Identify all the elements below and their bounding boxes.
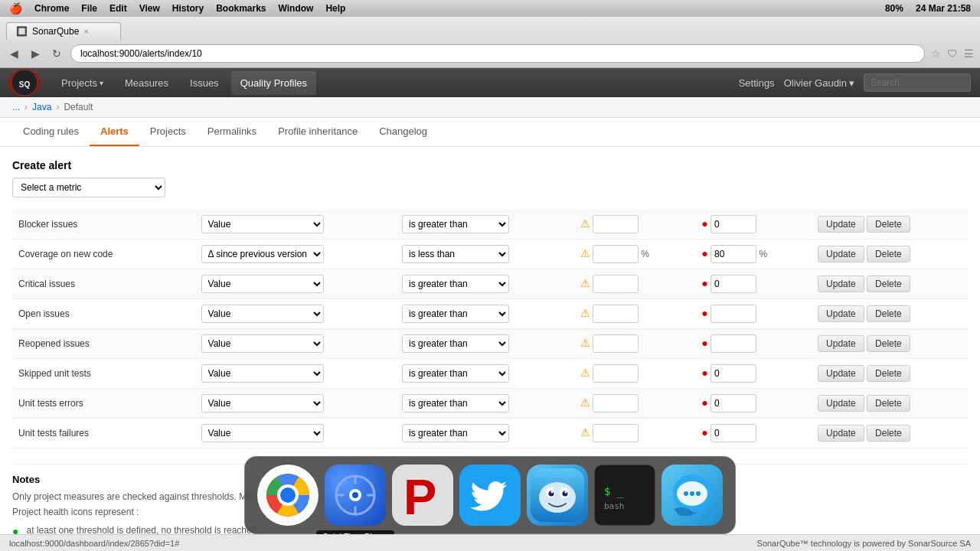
delete-button[interactable]: Delete bbox=[867, 425, 910, 442]
menu-window[interactable]: Window bbox=[279, 3, 314, 14]
mac-time: 24 Mar 21:58 bbox=[916, 3, 971, 14]
tab-profile-inheritance[interactable]: Profile inheritance bbox=[267, 118, 368, 146]
forward-button[interactable]: ▶ bbox=[28, 46, 43, 61]
nav-projects[interactable]: Projects ▾ bbox=[52, 71, 113, 95]
breadcrumb-java[interactable]: Java bbox=[32, 102, 51, 112]
breadcrumb: ... › Java › Default bbox=[0, 97, 980, 118]
condition-select[interactable]: is greater than bbox=[402, 394, 509, 412]
delete-button[interactable]: Delete bbox=[867, 335, 910, 352]
type-select[interactable]: Value bbox=[201, 275, 324, 293]
extension-icon[interactable]: 🛡 bbox=[947, 47, 958, 60]
svg-text:bash: bash bbox=[604, 501, 625, 511]
breadcrumb-root[interactable]: ... bbox=[12, 102, 20, 112]
update-button[interactable]: Update bbox=[818, 246, 864, 262]
condition-select[interactable]: is greater than bbox=[402, 305, 509, 323]
warn-value-input[interactable] bbox=[593, 215, 639, 233]
delete-button[interactable]: Delete bbox=[867, 216, 910, 233]
delete-button[interactable]: Delete bbox=[867, 395, 910, 412]
back-button[interactable]: ◀ bbox=[6, 46, 21, 61]
breadcrumb-default: Default bbox=[64, 102, 93, 112]
tab-close-button[interactable]: × bbox=[83, 27, 88, 36]
update-button[interactable]: Update bbox=[818, 425, 864, 442]
menu-file[interactable]: File bbox=[81, 3, 97, 14]
settings-link[interactable]: Settings bbox=[739, 77, 775, 89]
warn-value-input[interactable] bbox=[593, 364, 639, 383]
tab-permalinks[interactable]: Permalinks bbox=[197, 118, 267, 146]
error-value-input[interactable] bbox=[710, 334, 756, 353]
condition-select[interactable]: is greater than bbox=[402, 424, 509, 442]
error-value-input[interactable] bbox=[710, 424, 756, 442]
type-select[interactable]: Value bbox=[201, 334, 324, 353]
type-cell: Value bbox=[195, 419, 396, 448]
warn-value-input[interactable] bbox=[593, 334, 639, 353]
warn-value-input[interactable] bbox=[593, 245, 639, 263]
error-value-input[interactable] bbox=[710, 245, 756, 263]
update-button[interactable]: Update bbox=[818, 216, 864, 233]
error-cell: ● bbox=[695, 329, 812, 359]
sonar-search-input[interactable] bbox=[864, 73, 971, 92]
condition-select[interactable]: is greater than bbox=[402, 275, 509, 293]
menu-view[interactable]: View bbox=[139, 3, 160, 14]
dock-item-twitter[interactable] bbox=[459, 465, 521, 526]
dock-item-finder[interactable] bbox=[527, 465, 588, 526]
table-row: Coverage on new code Δ since previous ve… bbox=[12, 240, 968, 269]
nav-issues[interactable]: Issues bbox=[181, 71, 228, 95]
metric-select[interactable]: Select a metric bbox=[12, 178, 165, 197]
address-bar[interactable] bbox=[70, 44, 925, 63]
tab-coding-rules[interactable]: Coding rules bbox=[12, 118, 90, 146]
nav-quality-profiles[interactable]: Quality Profiles bbox=[231, 71, 316, 95]
dock-item-proxy[interactable]: P bbox=[392, 465, 453, 526]
tab-changelog[interactable]: Changelog bbox=[368, 118, 438, 146]
menu-chrome[interactable]: Chrome bbox=[34, 3, 69, 14]
update-button[interactable]: Update bbox=[818, 395, 864, 412]
warn-value-input[interactable] bbox=[593, 424, 639, 442]
error-value-input[interactable] bbox=[710, 305, 756, 323]
dock-item-quicktime[interactable]: QuickTime Player bbox=[325, 465, 386, 526]
type-select[interactable]: Value bbox=[201, 215, 324, 233]
sonar-logo: SQ bbox=[9, 69, 40, 96]
menu-history[interactable]: History bbox=[172, 3, 204, 14]
warn-value-input[interactable] bbox=[593, 275, 639, 293]
menu-edit[interactable]: Edit bbox=[109, 3, 127, 14]
error-value-input[interactable] bbox=[710, 364, 756, 383]
error-value-input[interactable] bbox=[710, 275, 756, 293]
reload-button[interactable]: ↻ bbox=[49, 46, 64, 61]
condition-select[interactable]: is greater than bbox=[402, 215, 509, 233]
menu-help[interactable]: Help bbox=[325, 3, 345, 14]
condition-select[interactable]: is less than bbox=[402, 245, 509, 263]
type-select[interactable]: Δ since previous version bbox=[201, 245, 324, 263]
dock-item-terminal[interactable]: $ _ bash bbox=[594, 465, 655, 526]
bookmark-icon[interactable]: ☆ bbox=[931, 47, 941, 60]
warn-value-input[interactable] bbox=[593, 305, 639, 323]
error-value-input[interactable] bbox=[710, 394, 756, 412]
type-select[interactable]: Value bbox=[201, 424, 324, 442]
type-select[interactable]: Value bbox=[201, 364, 324, 383]
update-button[interactable]: Update bbox=[818, 335, 864, 352]
update-button[interactable]: Update bbox=[818, 305, 864, 322]
delete-button[interactable]: Delete bbox=[867, 365, 910, 382]
condition-select[interactable]: is greater than bbox=[402, 334, 509, 353]
error-icon: ● bbox=[701, 367, 707, 379]
error-value-input[interactable] bbox=[710, 215, 756, 233]
nav-measures[interactable]: Measures bbox=[116, 71, 178, 95]
alerts-table: Blocker issues Value is greater than bbox=[12, 210, 968, 448]
type-select[interactable]: Value bbox=[201, 394, 324, 412]
menu-bookmarks[interactable]: Bookmarks bbox=[216, 3, 266, 14]
dock-item-messages[interactable] bbox=[662, 465, 723, 526]
footer-text: SonarQube™ technology is powered by Sona… bbox=[757, 539, 971, 548]
menu-icon[interactable]: ☰ bbox=[964, 47, 974, 60]
update-button[interactable]: Update bbox=[818, 365, 864, 382]
type-cell: Value bbox=[195, 210, 396, 240]
delete-button[interactable]: Delete bbox=[867, 305, 910, 322]
user-menu[interactable]: Olivier Gaudin ▾ bbox=[784, 77, 854, 89]
delete-button[interactable]: Delete bbox=[867, 246, 910, 262]
tab-projects[interactable]: Projects bbox=[139, 118, 197, 146]
condition-select[interactable]: is greater than bbox=[402, 364, 509, 383]
browser-tab[interactable]: 🔲 SonarQube × bbox=[6, 22, 121, 40]
delete-button[interactable]: Delete bbox=[867, 276, 910, 292]
warn-value-input[interactable] bbox=[593, 394, 639, 412]
update-button[interactable]: Update bbox=[818, 276, 864, 292]
type-select[interactable]: Value bbox=[201, 305, 324, 323]
dock-item-chrome[interactable] bbox=[257, 465, 318, 526]
tab-alerts[interactable]: Alerts bbox=[90, 118, 139, 146]
